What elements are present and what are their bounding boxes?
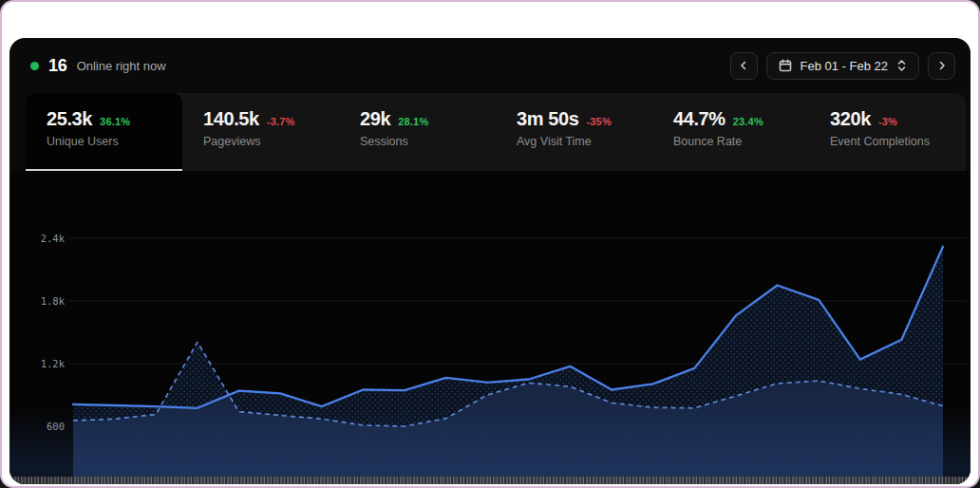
svg-text:1.8k: 1.8k [41, 295, 66, 307]
svg-text:1.2k: 1.2k [41, 358, 66, 369]
svg-text:2.4k: 2.4k [41, 233, 66, 244]
online-count: 16 [48, 56, 67, 76]
online-now-group: 16 Online right now [30, 56, 166, 76]
bottom-grain-texture [11, 477, 969, 484]
chevron-right-icon [936, 60, 948, 71]
calendar-icon [779, 59, 792, 72]
date-range-label: Feb 01 - Feb 22 [801, 59, 889, 73]
online-label: Online right now [77, 59, 166, 73]
analytics-panel: 16 Online right now Feb 01 - Feb 22 [9, 38, 971, 484]
page-card: 16 Online right now Feb 01 - Feb 22 [0, 0, 980, 488]
online-status-dot-icon [30, 62, 39, 70]
line-area-chart[interactable]: 06001.2k1.8k2.4k010203040506070809101112… [9, 74, 971, 484]
traffic-chart: 06001.2k1.8k2.4k010203040506070809101112… [9, 171, 971, 484]
svg-text:600: 600 [47, 421, 65, 432]
chevron-up-down-icon [896, 59, 907, 72]
bottom-glow [9, 408, 971, 484]
chevron-left-icon [738, 60, 749, 71]
